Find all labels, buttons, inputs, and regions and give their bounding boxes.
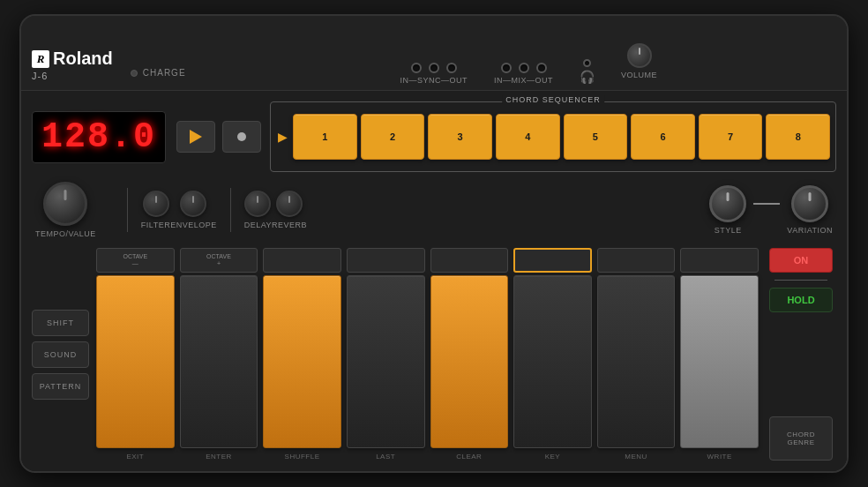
chord-genre-button[interactable]: CHORD GENRE xyxy=(769,416,833,461)
volume-knob[interactable] xyxy=(627,43,652,68)
charge-dot xyxy=(131,70,138,77)
clear-label: CLEAR xyxy=(456,453,482,461)
filter-knob-group: FILTER xyxy=(141,191,170,229)
jack-in xyxy=(411,63,422,73)
key-top-shuffle[interactable] xyxy=(263,248,341,273)
envelope-knob[interactable] xyxy=(180,191,206,217)
shift-button[interactable]: SHIFT xyxy=(32,310,89,336)
seq-btn-8[interactable]: 8 xyxy=(766,114,830,160)
style-knob-group: STYLE xyxy=(709,185,746,235)
chord-seq-buttons: ▶ 1 2 3 4 5 6 7 8 xyxy=(276,106,830,168)
right-section: ON HOLD CHORD GENRE xyxy=(766,248,836,461)
model-name: J-6 xyxy=(32,71,113,81)
key-last[interactable] xyxy=(347,275,425,448)
genre-label: GENRE xyxy=(788,438,815,446)
key-column-exit: OCTAVE— EXIT xyxy=(96,248,175,461)
reverb-knob[interactable] xyxy=(276,191,303,217)
volume-section: VOLUME xyxy=(621,43,657,79)
charge-indicator: CHARGE xyxy=(131,68,186,78)
connectors-group: IN—SYNC—OUT IN—MIX—OUT 🎧 VOLUME xyxy=(221,43,836,85)
tempo-knob[interactable] xyxy=(43,182,87,226)
sync-connector: IN—SYNC—OUT xyxy=(400,63,468,85)
delay-knob[interactable] xyxy=(244,191,271,217)
last-label: LAST xyxy=(376,453,395,461)
key-column-enter: OCTAVE+ ENTER xyxy=(180,248,258,461)
variation-knob-group: VARIATION xyxy=(787,185,833,235)
reverb-knob-group: REVERB xyxy=(272,191,307,229)
stop-icon xyxy=(237,132,246,141)
divider-1 xyxy=(127,188,128,232)
hold-button[interactable]: HOLD xyxy=(769,288,833,312)
envelope-label: ENVELOPE xyxy=(170,221,217,229)
seq-nav-left[interactable]: ▶ xyxy=(276,128,289,146)
seq-btn-6[interactable]: 6 xyxy=(631,114,695,160)
brand-name: Roland xyxy=(53,49,113,69)
key-column-clear: CLEAR xyxy=(430,248,509,461)
envelope-knob-group: ENVELOPE xyxy=(170,191,217,229)
chord-sequencer: CHORD SEQUENCER ▶ 1 2 3 4 5 6 7 8 xyxy=(270,101,836,172)
key-top-key[interactable] xyxy=(513,248,592,273)
key-enter[interactable] xyxy=(180,275,258,448)
style-knob[interactable] xyxy=(709,185,746,222)
seq-btn-7[interactable]: 7 xyxy=(699,114,763,160)
charge-section: CHARGE xyxy=(131,68,186,78)
key-shuffle[interactable] xyxy=(263,275,341,448)
key-menu[interactable] xyxy=(597,275,676,448)
seq-btn-3[interactable]: 3 xyxy=(428,114,492,160)
tempo-knob-label: TEMPO/VALUE xyxy=(35,229,96,238)
key-top-clear[interactable] xyxy=(430,248,509,273)
roland-logo: R Roland xyxy=(32,49,113,69)
seq-btn-1[interactable]: 1 xyxy=(293,114,357,160)
divider-2 xyxy=(230,188,231,232)
seq-btn-5[interactable]: 5 xyxy=(564,114,628,160)
mix-connector: IN—MIX—OUT xyxy=(494,63,553,85)
top-row: 128.0 CHORD SEQUENCER ▶ 1 2 3 xyxy=(32,101,836,172)
sync-label: IN—SYNC—OUT xyxy=(400,76,468,85)
shuffle-label: SHUFFLE xyxy=(285,453,320,461)
stop-button[interactable] xyxy=(222,121,261,153)
key-top-exit[interactable]: OCTAVE— xyxy=(96,248,175,273)
key-top-write[interactable] xyxy=(680,248,759,273)
key-column-key: KEY xyxy=(513,248,592,461)
filter-knob[interactable] xyxy=(143,191,169,217)
play-button[interactable] xyxy=(176,121,215,153)
headphone-icon: 🎧 xyxy=(580,70,595,85)
octave-plus-label: OCTAVE+ xyxy=(206,253,231,268)
bottom-section: SHIFT SOUND PATTERN OCTAVE— EXIT OCTA xyxy=(32,248,836,461)
on-button[interactable]: ON xyxy=(769,248,833,273)
key-top-enter[interactable]: OCTAVE+ xyxy=(180,248,258,273)
volume-label: VOLUME xyxy=(621,71,657,79)
knobs-row: TEMPO/VALUE FILTER ENVELOPE DELAY REVERB xyxy=(32,179,836,241)
key-clear[interactable] xyxy=(430,275,509,448)
key-exit[interactable] xyxy=(96,275,175,448)
style-label: STYLE xyxy=(715,226,742,235)
mix-jacks xyxy=(501,63,547,73)
top-bar: R Roland J-6 CHARGE IN—SYNC—OUT xyxy=(21,16,847,91)
key-write[interactable] xyxy=(680,275,759,448)
chord-seq-label: CHORD SEQUENCER xyxy=(502,95,604,104)
jack-sync xyxy=(429,63,439,73)
key-key[interactable] xyxy=(513,275,592,448)
key-column-menu: MENU xyxy=(597,248,676,461)
play-icon xyxy=(190,130,202,144)
enter-label: ENTER xyxy=(206,453,232,461)
reverb-label: REVERB xyxy=(272,221,307,229)
octave-minus-label: OCTAVE— xyxy=(123,253,147,268)
device-body: R Roland J-6 CHARGE IN—SYNC—OUT xyxy=(19,14,849,473)
key-column-last: LAST xyxy=(347,248,425,461)
variation-knob[interactable] xyxy=(791,185,828,222)
key-label-key: KEY xyxy=(545,453,561,461)
seq-btn-4[interactable]: 4 xyxy=(496,114,560,160)
chord-label: CHORD xyxy=(787,431,815,438)
seq-btn-2[interactable]: 2 xyxy=(361,114,425,160)
transport-buttons xyxy=(176,121,261,153)
menu-label: MENU xyxy=(625,453,647,461)
pattern-button[interactable]: PATTERN xyxy=(32,373,89,400)
key-top-last[interactable] xyxy=(347,248,425,273)
sound-button[interactable]: SOUND xyxy=(32,341,89,368)
headphone-jack xyxy=(583,59,591,67)
style-variation-section: STYLE VARIATION xyxy=(709,185,833,235)
jack-mix-mix xyxy=(519,63,529,73)
key-top-menu[interactable] xyxy=(597,248,676,273)
left-buttons: SHIFT SOUND PATTERN xyxy=(32,248,89,461)
